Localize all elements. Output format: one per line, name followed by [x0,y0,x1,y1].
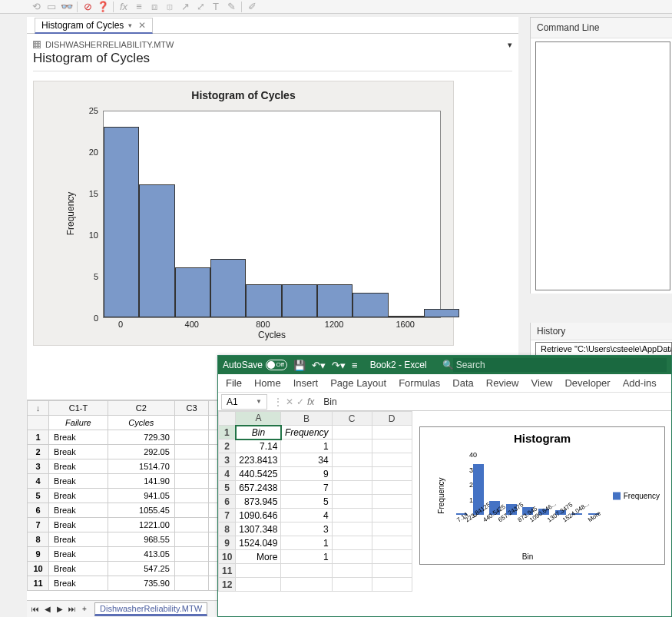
chart-document: DISHWASHERRELIABILITY.MTW Histogram of C… [27,34,518,352]
command-line-title: Command Line [531,18,672,38]
top-toolbar: ⟲ ▭ 👓 ⊘ ❓ fx ≡ ⧈ ⎅ ↗ ⤢ T ✎ ✐ [0,0,672,14]
excel-chart-x-label: Bin [451,552,604,561]
autosave-toggle[interactable]: AutoSave Off [223,360,287,370]
fx-cancel-icon[interactable]: ⋮ [273,396,283,407]
table-row[interactable]: 4Break141.90 [28,474,243,489]
table-row[interactable]: 2Break292.05 [28,445,243,459]
excel-column-header[interactable]: C [332,412,372,426]
histogram-bar [353,293,388,317]
table-row[interactable]: 5Break941.05 [28,489,243,503]
histogram-bar [389,316,424,317]
ribbon-tab-page-layout[interactable]: Page Layout [330,377,386,389]
histogram-chart-panel[interactable]: Histogram of Cycles Frequency Cycles 051… [33,81,454,346]
qat-customize-icon[interactable]: ≡ [352,360,358,371]
command-line-input[interactable] [535,41,670,290]
name-box[interactable]: A1 ▼ [221,394,267,410]
table-row[interactable]: 8Break968.55 [28,532,243,547]
tab-label: Histogram of Cycles [41,20,124,31]
fx-x-icon[interactable]: ✕ [286,396,293,407]
ribbon-tab-file[interactable]: File [226,377,242,389]
worksheet-tab-bar: ⏮ ◀ ▶ ⏭ + DishwasherReliability.MTW [27,600,243,617]
excel-chart-legend: Frequency [613,492,660,500]
table-row[interactable]: 6Break1055.45 [28,503,243,518]
output-title: Histogram of Cycles [33,51,174,66]
table-row[interactable]: 7Break1221.00 [28,518,243,532]
excel-column-header[interactable]: A [236,412,281,426]
fx-icon[interactable]: fx [307,396,314,407]
zoom-icon[interactable]: ⤢ [195,2,206,12]
grid-icon [33,41,41,48]
bar-icon[interactable]: ⧈ [149,2,160,12]
command-line-panel: Command Line [530,17,672,294]
text-icon[interactable]: ⎅ [164,2,175,12]
undo-icon[interactable]: ⟲ [31,2,41,12]
column-name[interactable] [174,416,209,430]
formula-bar-content[interactable]: Bin [323,396,336,407]
formula-bar-row: A1 ▼ ⋮ ✕ ✓ fx Bin [218,393,671,411]
excel-column-header[interactable]: B [281,412,332,426]
table-row[interactable]: 10Break547.25 [28,562,243,576]
cancel-icon[interactable]: ⊘ [82,2,93,12]
table-row[interactable]: 1Break729.30 [28,430,243,445]
histogram-bar [246,284,281,317]
table-row[interactable]: 3Break1514.70 [28,459,243,474]
excel-column-header[interactable]: D [372,412,412,426]
brush-icon[interactable]: ✐ [247,2,257,12]
table-row[interactable]: 11Break735.90 [28,576,243,591]
fx-check-icon[interactable]: ✓ [296,396,304,407]
column-header[interactable]: C1-T [49,401,108,416]
chevron-down-icon[interactable]: ▼ [256,398,262,405]
histogram-bar [175,267,210,317]
ribbon-tab-home[interactable]: Home [254,377,281,389]
eraser-icon[interactable]: ✎ [226,2,237,12]
column-name[interactable]: Failure [49,416,108,430]
fx-icon[interactable]: fx [118,2,129,12]
ribbon-tab-insert[interactable]: Insert [293,377,319,389]
excel-grid[interactable]: ABCD1BinFrequency27.1413223.8413344440.5… [218,411,418,616]
excel-document-title: Book2 - Excel [370,360,427,370]
redo-excel-icon[interactable]: ↷▾ [332,360,346,371]
undo-excel-icon[interactable]: ↶▾ [312,360,326,371]
nav-prev-icon[interactable]: ◀ [42,604,53,615]
ribbon-tab-formulas[interactable]: Formulas [399,377,440,389]
chart-y-axis-label: Frequency [65,191,76,235]
histogram-bar [282,284,317,317]
excel-histogram-chart[interactable]: Histogram Frequency Bin 0102030407.14223… [419,426,665,565]
cursor-icon[interactable]: ↗ [180,2,190,12]
close-icon[interactable]: ✕ [138,20,146,31]
column-header[interactable]: C2 [108,401,174,416]
ribbon-tab-developer[interactable]: Developer [564,377,610,389]
rect-icon[interactable]: ▭ [46,2,57,12]
ribbon-tab-add-ins[interactable]: Add-ins [623,377,657,389]
help-icon[interactable]: ❓ [98,2,108,12]
output-tab-histogram[interactable]: Histogram of Cycles ▾ ✕ [35,18,153,34]
ribbon-tab-data[interactable]: Data [452,377,473,389]
ribbon-tab-view[interactable]: View [531,377,552,389]
histogram-bar [317,284,353,317]
nav-first-icon[interactable]: ⏮ [30,604,41,615]
chart-plot-area [103,111,441,318]
nav-last-icon[interactable]: ⏭ [67,604,78,615]
binoculars-icon[interactable]: 👓 [61,2,72,12]
histogram-bar [424,309,459,317]
history-item[interactable]: Retrieve "C:\Users\csteele\AppData\Lo [536,343,671,355]
excel-chart-y-label: Frequency [437,477,445,513]
save-icon[interactable]: 💾 [293,360,306,371]
column-header[interactable]: C3 [174,401,209,416]
table-row[interactable]: 9Break413.05 [28,547,243,562]
ribbon-tabs: FileHomeInsertPage LayoutFormulasDataRev… [218,374,671,393]
histogram-bar [139,184,174,317]
worksheet-tab-active[interactable]: DishwasherReliability.MTW [94,602,207,616]
search-input[interactable] [453,358,667,372]
align-icon[interactable]: ≡ [134,2,144,12]
column-name[interactable]: Cycles [108,416,174,430]
nav-next-icon[interactable]: ▶ [55,604,65,615]
ribbon-tab-review[interactable]: Review [486,377,519,389]
chevron-down-icon[interactable]: ▾ [128,22,132,29]
text-mode-icon[interactable]: T [210,2,221,12]
output-menu-icon[interactable]: ▾ [508,40,512,50]
scroll-down-icon[interactable]: ↓ [28,401,49,416]
add-tab-icon[interactable]: + [79,604,90,615]
minitab-worksheet[interactable]: ↓ C1-TC2C3C4 FailureCycles 1Break729.302… [27,400,243,600]
legend-swatch [613,492,621,499]
